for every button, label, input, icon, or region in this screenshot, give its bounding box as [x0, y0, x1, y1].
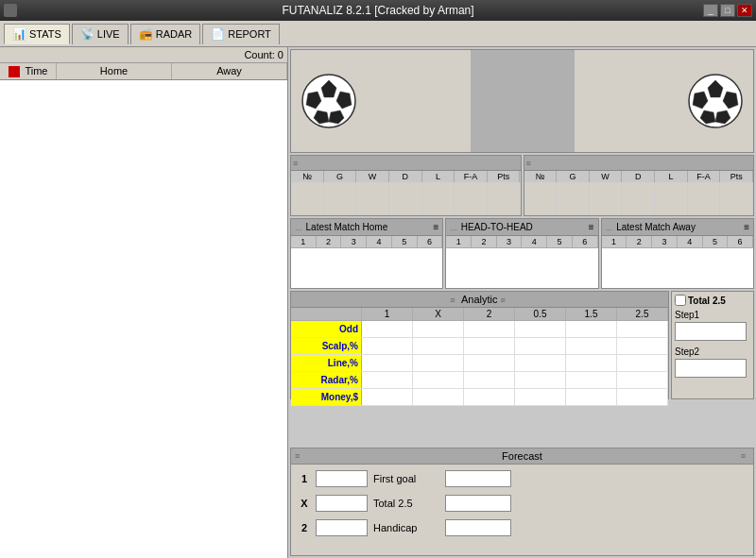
- forecast-content: 1 First goal X Total 2.5 2: [291, 465, 753, 546]
- cell-a4: [622, 182, 655, 215]
- h2h-col-5: 5: [547, 236, 573, 247]
- score-display: [471, 50, 575, 152]
- tab-live[interactable]: 📡 LIVE: [72, 24, 129, 44]
- h2h-body: [446, 248, 597, 288]
- money-2: [464, 389, 515, 405]
- latest-away-cols: 1 2 3 4 5 6: [602, 236, 753, 248]
- latest-home-cols: 1 2 3 4 5 6: [291, 236, 442, 248]
- match-header: [290, 49, 754, 153]
- away-team-name: [575, 50, 679, 152]
- money-row: Money,$: [291, 389, 668, 406]
- h2h-box: ... HEAD-TO-HEAD ≡ 1 2 3 4 5 6: [445, 218, 598, 289]
- forecast-input-xb[interactable]: [445, 495, 511, 512]
- radar-15: [566, 372, 617, 388]
- analytic-col-headers: 1 X 2 0.5 1.5 2.5: [291, 308, 668, 321]
- table-header: Time Home Away: [0, 63, 287, 80]
- close-button[interactable]: ✕: [737, 4, 752, 17]
- stats-icon: 📊: [12, 27, 26, 41]
- col-time-label: Time: [25, 65, 47, 76]
- away-stats-header: ≡: [524, 156, 754, 171]
- la-col-3: 3: [652, 236, 678, 247]
- h2h-header: ... HEAD-TO-HEAD ≡: [446, 219, 597, 236]
- cell-2: [324, 182, 357, 215]
- h2h-title: HEAD-TO-HEAD: [461, 222, 533, 232]
- la-col-6: 6: [728, 236, 753, 247]
- cell-a1: [524, 182, 558, 215]
- analytic-content: 1 X 2 0.5 1.5 2.5 Odd: [291, 308, 668, 406]
- col-nr: №: [291, 171, 324, 182]
- maximize-button[interactable]: □: [720, 4, 735, 17]
- scalp-row: Scalp,%: [291, 338, 668, 355]
- title-bar: FUTANALIZ 8.2.1 [Cracked by Arman] _ □ ✕: [0, 0, 756, 21]
- scalp-1: [362, 338, 413, 354]
- grip-3: ...: [295, 223, 302, 232]
- home-soccer-ball: [301, 73, 357, 129]
- acol-15: 1.5: [566, 308, 617, 320]
- forecast-input-1b[interactable]: [445, 470, 511, 487]
- cell-5: [422, 182, 455, 215]
- right-panel: ≡ № G W D L F-A Pts: [288, 47, 756, 558]
- report-icon: 📄: [211, 27, 225, 41]
- minimize-button[interactable]: _: [703, 4, 718, 17]
- analytic-empty-col: [291, 308, 362, 320]
- h-col-4: 4: [367, 236, 392, 247]
- line-25: [617, 355, 668, 371]
- forecast-label-1: First goal: [373, 473, 439, 484]
- col-away-label: Away: [216, 65, 242, 76]
- col-g: G: [324, 171, 357, 182]
- forecast-input-1a[interactable]: [316, 470, 368, 487]
- odd-1: [362, 321, 413, 337]
- away-ball: [678, 50, 753, 152]
- radar-2: [464, 372, 515, 388]
- odd-15: [566, 321, 617, 337]
- time-indicator: [9, 66, 20, 77]
- cell-a5: [655, 182, 688, 215]
- h-col-2: 2: [317, 236, 342, 247]
- money-label: Money,$: [291, 389, 362, 405]
- latest-home-expand[interactable]: ≡: [433, 222, 438, 232]
- forecast-input-2b[interactable]: [445, 519, 511, 536]
- col-away: Away: [172, 63, 287, 79]
- step2-input[interactable]: [675, 359, 747, 378]
- line-2: [464, 355, 515, 371]
- total-checkbox[interactable]: [675, 295, 686, 306]
- col-d-a: D: [622, 171, 655, 182]
- total-panel: Total 2.5 Step1 Step2: [671, 291, 754, 399]
- home-team-name: [367, 50, 471, 152]
- latest-away-expand[interactable]: ≡: [744, 222, 749, 232]
- cell-6: [455, 182, 488, 215]
- latest-home-header: ... Latest Match Home ≡: [291, 219, 442, 236]
- cell-1: [291, 182, 324, 215]
- radar-25: [617, 372, 668, 388]
- tab-radar-label: RADAR: [156, 28, 193, 40]
- col-w-a: W: [590, 171, 623, 182]
- tab-stats[interactable]: 📊 STATS: [4, 24, 70, 44]
- forecast-input-xa[interactable]: [316, 495, 368, 512]
- home-stats-cols: № G W D L F-A Pts: [291, 171, 521, 182]
- col-home: Home: [57, 63, 172, 79]
- count-label: Count: 0: [244, 49, 284, 60]
- tab-radar[interactable]: 📻 RADAR: [130, 24, 201, 44]
- col-g-a: G: [557, 171, 590, 182]
- main-content: Count: 0 Time Home Away: [0, 47, 756, 558]
- analytic-table: 1 X 2 0.5 1.5 2.5 Odd: [291, 308, 668, 406]
- acol-25: 2.5: [617, 308, 668, 320]
- money-25: [617, 389, 668, 405]
- col-d: D: [389, 171, 422, 182]
- tab-report[interactable]: 📄 REPORT: [202, 24, 280, 44]
- h2h-col-6: 6: [573, 236, 598, 247]
- analytic-section: ≡ Analytic ≡ 1 X 2 0.5: [290, 291, 669, 399]
- away-stats-data: [524, 182, 754, 215]
- forecast-section: ≡ Forecast ≡ 1 First goal X: [290, 448, 754, 556]
- grip-5: ...: [606, 223, 613, 232]
- col-pts: Pts: [488, 171, 521, 182]
- step1-label: Step1: [675, 310, 750, 320]
- away-stats-table: ≡ № G W D L F-A Pts: [524, 155, 755, 216]
- col-fa-a: F-A: [688, 171, 721, 182]
- grip-6: ≡: [450, 296, 455, 305]
- radar-row: Radar,%: [291, 372, 668, 389]
- step1-input[interactable]: [675, 322, 747, 341]
- forecast-input-2a[interactable]: [316, 519, 368, 536]
- h2h-expand[interactable]: ≡: [589, 222, 594, 232]
- cell-a3: [590, 182, 623, 215]
